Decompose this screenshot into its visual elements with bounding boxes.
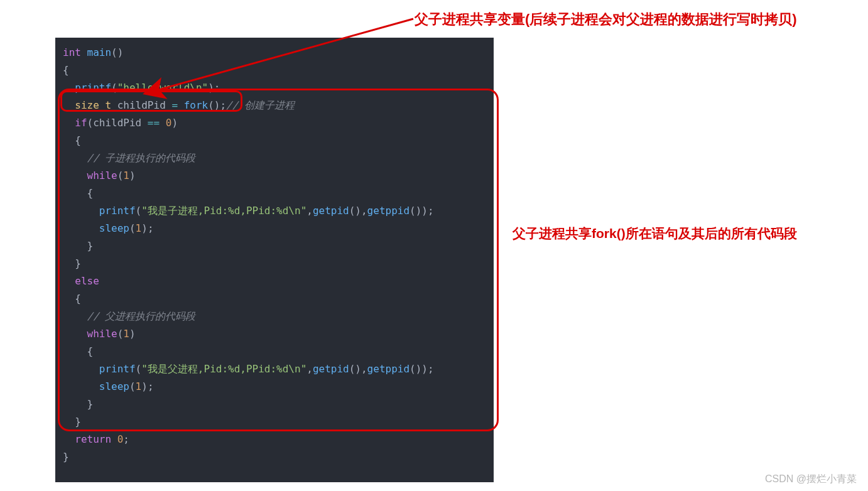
pad — [63, 170, 87, 181]
tok: ()); — [410, 363, 434, 375]
tok-num: 1 — [136, 380, 142, 392]
tok-func: main — [81, 46, 111, 58]
tok-num: 1 — [136, 222, 142, 234]
tok-func: printf — [99, 205, 136, 217]
tok: ()); — [410, 205, 434, 217]
code-line: { — [63, 185, 486, 202]
tok: ); — [208, 82, 220, 94]
tok-num: 1 — [123, 170, 129, 181]
code-line: // 子进程执行的代码段 — [63, 149, 486, 167]
code-line: { — [63, 62, 486, 79]
tok-func: getpid — [313, 363, 349, 375]
tok: ( — [111, 82, 117, 94]
tok: , — [307, 363, 313, 375]
tok: ( — [117, 328, 124, 340]
tok-string: "我是子进程,Pid:%d,PPid:%d\n" — [141, 205, 307, 217]
tok: (), — [349, 205, 367, 217]
tok: ) — [171, 117, 178, 129]
tok: ; — [123, 433, 129, 445]
tok: ); — [141, 380, 153, 392]
tok-func: getpid — [313, 205, 349, 217]
tok-string: "hello world\n" — [117, 82, 209, 94]
code-line: { — [63, 132, 486, 149]
code-line: while(1) — [63, 167, 486, 185]
tok-func: getppid — [367, 205, 410, 217]
tok-keyword: else — [75, 275, 99, 287]
annotation-shared-code: 父子进程共享fork()所在语句及其后的所有代码段 — [513, 225, 797, 242]
tok: ( — [136, 205, 142, 217]
tok: ( — [129, 222, 136, 234]
code-line: sleep(1); — [63, 378, 486, 396]
tok-keyword: while — [87, 328, 117, 340]
pad — [63, 82, 75, 94]
code-line: printf("我是父进程,Pid:%d,PPid:%d\n",getpid()… — [63, 360, 486, 378]
pad — [63, 205, 99, 217]
code-line: sleep(1); — [63, 220, 486, 237]
code-line: } — [63, 237, 486, 255]
pad — [63, 328, 87, 340]
code-line: else — [63, 272, 486, 290]
tok-func: getppid — [367, 363, 410, 375]
code-line: } — [63, 413, 486, 431]
pad — [63, 117, 75, 129]
code-line: } — [63, 255, 486, 272]
code-line: } — [63, 448, 486, 466]
tok-func: sleep — [99, 222, 129, 234]
tok-keyword: return — [75, 433, 111, 445]
code-line: // 父进程执行的代码段 — [63, 308, 486, 325]
tok: ) — [129, 328, 136, 340]
code-line: while(1) — [63, 325, 486, 343]
tok: () — [111, 46, 123, 58]
annotation-shared-variable: 父子进程共享变量(后续子进程会对父进程的数据进行写时拷贝) — [415, 10, 797, 29]
tok-keyword: if — [75, 117, 87, 129]
tok-type: size_t — [75, 99, 111, 111]
tok-num: 0 — [160, 117, 171, 129]
pad — [63, 380, 99, 392]
code-line: } — [63, 396, 486, 413]
tok-var: childPid — [111, 99, 171, 111]
pad — [63, 433, 75, 445]
pad — [63, 99, 75, 111]
watermark-text: CSDN @摆烂小青菜 — [765, 473, 857, 486]
pad — [63, 152, 87, 164]
tok: , — [307, 205, 313, 217]
code-line: { — [63, 290, 486, 308]
tok-func: printf — [75, 82, 111, 94]
code-line: if(childPid == 0) — [63, 114, 486, 132]
code-line-fork: size_t childPid = fork();// 创建子进程 — [63, 97, 486, 114]
tok-comment: // 子进程执行的代码段 — [87, 152, 196, 164]
tok-op: = — [171, 99, 178, 111]
code-panel: int main() { printf("hello world\n"); si… — [55, 38, 494, 482]
tok: ( — [129, 380, 136, 392]
pad — [63, 222, 99, 234]
tok: ) — [129, 170, 136, 181]
tok-keyword: int — [63, 46, 81, 58]
tok: ); — [141, 222, 153, 234]
code-line: int main() — [63, 44, 486, 62]
pad — [63, 363, 99, 375]
tok-func: printf — [99, 363, 136, 375]
tok-string: "我是父进程,Pid:%d,PPid:%d\n" — [141, 363, 307, 375]
code-line: return 0; — [63, 431, 486, 448]
tok-num: 0 — [111, 433, 123, 445]
code-line: { — [63, 343, 486, 360]
code-line: printf("我是子进程,Pid:%d,PPid:%d\n",getpid()… — [63, 202, 486, 220]
tok-func: sleep — [99, 380, 129, 392]
tok: ( — [136, 363, 142, 375]
tok-comment: // 父进程执行的代码段 — [87, 310, 196, 322]
tok: (childPid — [87, 117, 148, 129]
tok-comment: // 创建子进程 — [226, 99, 295, 111]
code-line: printf("hello world\n"); — [63, 79, 486, 97]
tok-func: fork — [178, 99, 208, 111]
tok: (), — [349, 363, 367, 375]
tok-op: == — [148, 117, 160, 129]
tok-num: 1 — [123, 328, 129, 340]
pad — [63, 310, 87, 322]
tok: (); — [208, 99, 226, 111]
tok: ( — [117, 170, 124, 181]
tok-keyword: while — [87, 170, 117, 181]
pad — [63, 275, 75, 287]
